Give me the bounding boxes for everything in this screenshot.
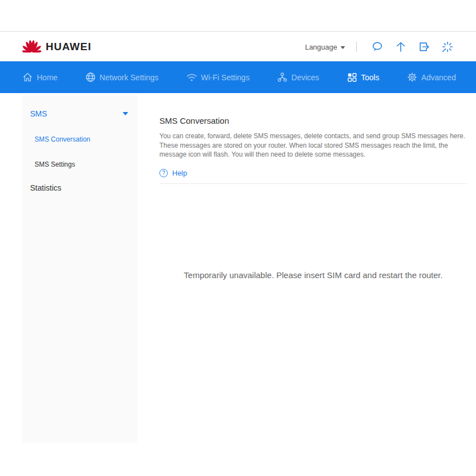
sidebar-item-statistics[interactable]: Statistics (22, 183, 137, 192)
page-title: SMS Conversation (159, 116, 467, 125)
question-mark-icon: ? (159, 169, 168, 177)
globe-icon (85, 72, 96, 82)
huawei-flower-icon (22, 39, 41, 55)
language-dropdown[interactable]: Language (305, 43, 345, 51)
help-label: Help (172, 169, 187, 177)
nav-label: Advanced (421, 73, 456, 82)
upload-button[interactable] (394, 40, 408, 54)
nav-item-advanced[interactable]: Advanced (407, 72, 456, 82)
help-link[interactable]: ? Help (159, 169, 467, 177)
huawei-logo: HUAWEI (22, 39, 91, 55)
spinner-icon (441, 40, 454, 54)
page-description: You can create, forward, delete SMS mess… (159, 132, 467, 159)
refresh-button[interactable] (440, 40, 455, 54)
sidebar-item-sms-settings[interactable]: SMS Settings (22, 161, 137, 168)
main-content: SMS Conversation You can create, forward… (159, 95, 467, 443)
sidebar-group-sms[interactable]: SMS (22, 95, 137, 118)
nav-label: Tools (361, 73, 380, 82)
sidebar-item-sms-conversation[interactable]: SMS Conversation (22, 135, 137, 143)
sidebar-group-label: SMS (30, 109, 47, 118)
upload-arrow-icon (394, 40, 407, 54)
devices-icon (277, 72, 288, 82)
top-strip (0, 0, 476, 32)
nav-item-wifi-settings[interactable]: Wi-Fi Settings (186, 72, 250, 82)
chat-button[interactable] (370, 40, 385, 54)
content-divider (159, 183, 467, 184)
nav-item-devices[interactable]: Devices (277, 72, 319, 82)
nav-label: Wi-Fi Settings (201, 73, 250, 82)
language-label: Language (305, 43, 337, 51)
gear-icon (407, 72, 417, 82)
status-message: Temporarily unavailable. Please insert S… (159, 270, 467, 280)
nav-label: Home (37, 73, 57, 82)
sidebar: SMS SMS Conversation SMS Settings Statis… (22, 95, 137, 443)
router-admin-page: HUAWEI Language (0, 0, 476, 476)
logout-icon (417, 40, 431, 54)
chevron-down-icon (341, 46, 345, 49)
nav-label: Network Settings (100, 73, 159, 82)
logout-button[interactable] (417, 40, 431, 54)
nav-item-tools[interactable]: Tools (347, 72, 380, 82)
main-navigation: Home Network Settings Wi-Fi Settings (0, 61, 476, 93)
nav-item-network-settings[interactable]: Network Settings (85, 72, 159, 82)
wifi-icon (186, 72, 197, 82)
brand-text: HUAWEI (46, 41, 91, 53)
home-icon (22, 72, 33, 82)
header-controls: Language (305, 40, 459, 54)
chevron-down-icon (123, 112, 128, 115)
nav-label: Devices (292, 73, 319, 82)
nav-item-home[interactable]: Home (22, 72, 57, 82)
header: HUAWEI Language (0, 32, 476, 61)
chat-icon (371, 40, 384, 54)
grid-icon (347, 72, 357, 82)
header-divider (356, 42, 357, 52)
